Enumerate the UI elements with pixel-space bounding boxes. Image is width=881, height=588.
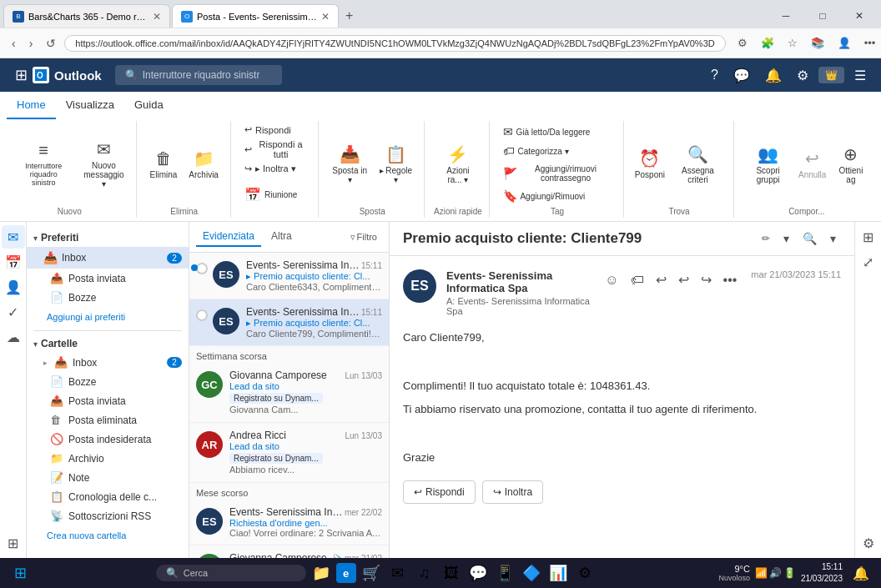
contacts-nav-button[interactable]: 👤 — [2, 275, 25, 299]
mail-nav-button[interactable]: ✉ — [2, 225, 25, 249]
close-button[interactable]: ✕ — [841, 4, 878, 28]
minimize-button[interactable]: ─ — [768, 4, 804, 28]
quick-actions-button[interactable]: ⚡ Azioni ra... ▾ — [433, 142, 482, 187]
undo-button[interactable]: ↩ Annulla — [796, 146, 829, 182]
taskbar-crm-icon[interactable]: 📊 — [546, 561, 570, 585]
archive-button[interactable]: 📁 Archivia — [184, 146, 224, 182]
preferiti-section-header[interactable]: ▾ Preferiti — [27, 229, 189, 247]
get-addins-button[interactable]: ⊕ Ottieni ag — [831, 142, 871, 187]
browser-extension-icon[interactable]: 🧩 — [756, 32, 779, 55]
filter-button[interactable]: ▿ Filtro — [345, 230, 382, 244]
global-search-bar[interactable]: 🔍 — [115, 65, 282, 85]
browser-tab-2[interactable]: O Posta - Events- Serenissima Info... ✕ — [172, 4, 339, 28]
new-tab-button[interactable]: + — [339, 5, 360, 27]
more-options-icon[interactable]: ••• — [859, 32, 881, 55]
list-item[interactable]: AR Andrea Ricci Lun 13/03 Lead da sito R… — [189, 423, 389, 483]
reading-pane-expand-button[interactable]: ▾ — [825, 229, 841, 249]
help-icon-button[interactable]: ? — [706, 64, 723, 86]
forward-inline-button[interactable]: ↪ — [697, 269, 716, 290]
right-panel-expand-button[interactable]: ⤢ — [857, 250, 880, 274]
wifi-icon[interactable]: 📶 — [755, 567, 768, 579]
ribbon-tab-visualizza[interactable]: Visualizza — [56, 92, 124, 119]
browser-tab-1[interactable]: B Bars&Charts 365 - Demo rev02 ✕ — [3, 4, 170, 28]
taskbar-file-explorer-icon[interactable]: 📁 — [310, 561, 333, 585]
premium-icon-button[interactable]: 👑 — [818, 67, 844, 83]
forward-ribbon-button[interactable]: ↪▸ Inoltra ▾ — [239, 162, 301, 176]
email-select-radio-2[interactable] — [196, 309, 208, 321]
taskbar-mail-icon[interactable]: ✉ — [386, 561, 410, 585]
cartelle-section-header[interactable]: ▾ Cartelle — [27, 334, 189, 353]
sidebar-item-posta-inviata-favorite[interactable]: 📤 Posta inviata — [27, 269, 189, 288]
snooze-button[interactable]: ⏰ Posponi — [632, 146, 668, 182]
new-message-button[interactable]: ✉ Nuovomessaggio ▾ — [78, 137, 128, 191]
email-tab-altra[interactable]: Altra — [264, 227, 299, 247]
assign-criteria-button[interactable]: 🔍 Assegna criteri — [669, 142, 726, 187]
back-button[interactable]: ‹ — [7, 33, 21, 53]
list-item[interactable]: ES Events- Serenissima Informatica Spa 1… — [189, 253, 389, 299]
taskbar-office-icon[interactable]: 🔷 — [520, 561, 543, 585]
reply-inline-button[interactable]: ↩ — [652, 269, 671, 290]
browser-collection-icon[interactable]: 📚 — [806, 32, 829, 55]
sidebar-item-bozze-favorite[interactable]: 📄 Bozze — [27, 288, 189, 307]
list-item[interactable]: ES Events- Serenissima Informatica Spa m… — [189, 500, 389, 545]
taskbar-store-icon[interactable]: 🛒 — [360, 561, 383, 585]
categorize-button[interactable]: 🏷 Categorizza ▾ — [498, 142, 573, 160]
sidebar-item-cronologia[interactable]: 📋 Cronologia delle c... — [27, 487, 189, 506]
browser-star-icon[interactable]: ☆ — [783, 32, 803, 55]
list-item[interactable]: GC Giovanna Camporese 📎 mar 21/02 Requis… — [189, 545, 389, 558]
apps-nav-button[interactable]: ⊞ — [2, 531, 25, 555]
email-tab-evidenziata[interactable]: Evidenziata — [196, 227, 261, 247]
tab-close-2[interactable]: ✕ — [321, 11, 330, 23]
start-button[interactable]: ⊞ — [7, 560, 33, 586]
profile-menu-button[interactable]: ☰ — [849, 64, 871, 87]
email-select-radio-1[interactable] — [196, 263, 208, 274]
forward-button-reading[interactable]: ↪ Inoltra — [482, 480, 543, 504]
sidebar-item-posta-inviata[interactable]: 📤 Posta inviata — [27, 391, 189, 410]
taskbar-phone-icon[interactable]: 📱 — [493, 561, 516, 585]
more-email-actions-button[interactable]: ••• — [719, 270, 742, 290]
taskbar-search-bar[interactable]: 🔍 Cerca — [156, 565, 306, 581]
sidebar-item-inbox[interactable]: ▸ 📥 Inbox 2 — [27, 353, 189, 372]
notification-bell-icon[interactable]: 🔔 — [760, 64, 787, 87]
add-to-favorites-link[interactable]: Aggiungi ai preferiti — [47, 310, 182, 324]
tab-close-1[interactable]: ✕ — [153, 11, 161, 23]
sidebar-item-note[interactable]: 📝 Note — [27, 468, 189, 487]
ribbon-tab-guida[interactable]: Guida — [124, 92, 174, 119]
address-bar[interactable]: https://outlook.office.com/mail/inbox/id… — [64, 35, 725, 52]
refresh-button[interactable]: ↺ — [41, 33, 61, 53]
right-panel-toggle-button[interactable]: ⊞ — [857, 225, 880, 249]
flag-button[interactable]: 🚩 Aggiungi/rimuovi contrassegno — [498, 162, 616, 185]
sidebar-item-posta-eliminata[interactable]: 🗑 Posta eliminata — [27, 410, 189, 430]
meeting-button[interactable]: 📅 Riunione — [239, 184, 302, 205]
sidebar-item-posta-indesiderata[interactable]: 🚫 Posta indesiderata — [27, 430, 189, 449]
read-unread-button[interactable]: ✉ Già letto/Da leggere — [498, 123, 595, 141]
notifications-button[interactable]: 🔔 — [848, 560, 874, 586]
add-remove-button[interactable]: 🔖 Aggiungi/Rimuovi — [498, 187, 590, 205]
profile-icon[interactable]: 👤 — [833, 32, 856, 55]
calendar-nav-button[interactable]: 📅 — [2, 250, 25, 274]
taskbar-dynamics-icon[interactable]: ⚙ — [573, 561, 597, 585]
sidebar-item-bozze[interactable]: 📄 Bozze — [27, 372, 189, 391]
tasks-nav-button[interactable]: ✓ — [2, 300, 25, 324]
taskbar-photos-icon[interactable]: 🖼 — [440, 561, 463, 585]
waffle-menu-button[interactable]: ⊞ — [10, 63, 33, 88]
emoji-button[interactable]: ☺ — [601, 270, 622, 290]
reply-ribbon-button[interactable]: ↩Rispondi — [239, 123, 296, 137]
battery-icon[interactable]: 🔋 — [783, 567, 796, 579]
taskbar-edge-icon[interactable]: e — [336, 563, 356, 583]
rules-button[interactable]: 📋 ▸ Regole ▾ — [374, 142, 417, 187]
toggle-pane-button[interactable]: ≡ Interruttore riquadrosinistro — [10, 138, 77, 189]
onedrive-nav-button[interactable]: ☁ — [2, 325, 25, 349]
taskbar-spotify-icon[interactable]: ♫ — [413, 561, 436, 585]
ribbon-tab-home[interactable]: Home — [7, 92, 56, 119]
list-item[interactable]: GC Giovanna Camporese Lun 13/03 Lead da … — [189, 363, 389, 423]
taskbar-teams-icon[interactable]: 💬 — [466, 561, 490, 585]
list-item[interactable]: ES Events- Serenissima Informatica Spa 1… — [189, 299, 389, 346]
sidebar-item-archivio[interactable]: 📁 Archivio — [27, 449, 189, 468]
reply-button[interactable]: ↩ Rispondi — [403, 480, 476, 504]
search-in-email-button[interactable]: 🔍 — [798, 229, 822, 249]
sidebar-item-inbox-favorite[interactable]: 📥 Inbox 2 — [27, 247, 189, 269]
forward-button[interactable]: › — [24, 33, 38, 53]
taskbar-clock[interactable]: 15:11 21/03/2023 — [801, 561, 843, 585]
maximize-button[interactable]: □ — [804, 4, 841, 28]
